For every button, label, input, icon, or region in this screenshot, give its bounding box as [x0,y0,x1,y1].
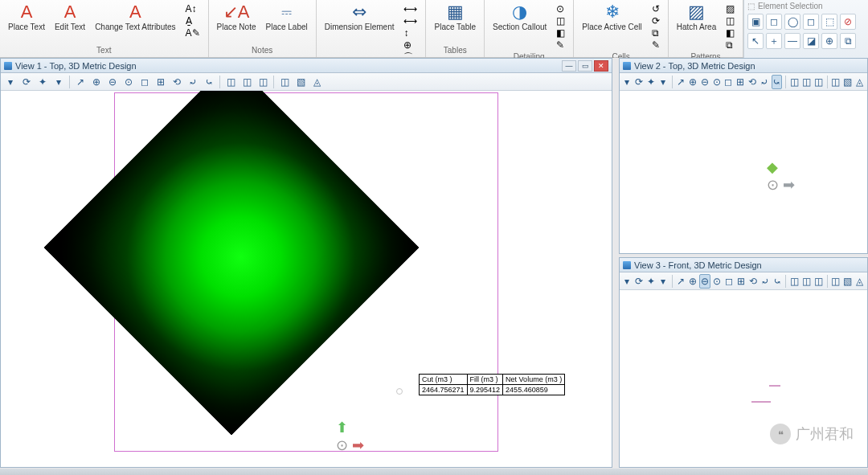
selection-tool-button[interactable]: ◻ [803,14,819,30]
view-3-titlebar[interactable]: View 3 - Front, 3D Metric Design [620,258,867,272]
view-toolbar-button[interactable]: ✦ [646,75,657,89]
ribbon-mini-button[interactable]: A↕ [184,3,202,14]
view-toolbar-button[interactable]: ▧ [293,75,308,89]
selection-tool-button[interactable]: ＋ [766,33,782,49]
view-toolbar-button[interactable]: ⊙ [711,75,722,89]
view-toolbar-button[interactable]: ◫ [240,75,254,89]
view-toolbar-button[interactable]: ⊞ [735,75,746,89]
view-toolbar-button[interactable]: ▾ [658,75,669,89]
view-toolbar-button[interactable]: ⊕ [687,75,698,89]
view-toolbar-button[interactable]: ⤿ [202,75,216,89]
view-toolbar-button[interactable]: ▧ [842,75,853,89]
view-toolbar-button[interactable]: ⤾ [186,75,200,89]
view-toolbar-button[interactable]: ⤿ [772,274,782,289]
ribbon-mini-button[interactable]: ⊕ [402,39,419,51]
minimize-button[interactable]: — [562,60,576,72]
view-toolbar-button[interactable]: ◫ [830,274,841,289]
selection-tool-button[interactable]: ◪ [803,33,819,49]
selection-tool-button[interactable]: ⊕ [821,33,837,49]
ribbon-mini-button[interactable]: ✎ [555,39,567,51]
view-toolbar-button[interactable]: ⊖ [699,75,710,89]
hatch-area-button[interactable]: ▨Hatch Area [674,2,719,33]
axis-widget[interactable]: ⬆ ⊙ ➡ [336,419,364,454]
view-1-content[interactable]: Cut (m3 ) Fill (m3 ) Net Volume (m3 ) 24… [1,91,612,467]
ribbon-mini-button[interactable]: ⧉ [724,39,736,51]
view-toolbar-button[interactable]: ◫ [801,274,812,289]
view-toolbar-button[interactable]: ▾ [622,274,633,289]
view-toolbar-button[interactable]: ◫ [277,75,292,89]
axis-widget[interactable]: ◆ ⊙ ➡ [767,158,795,194]
view-toolbar-button[interactable]: ⤾ [760,75,770,89]
place-text-button[interactable]: APlace Text [5,2,48,33]
selection-tool-button[interactable]: ◯ [784,14,800,30]
ribbon-mini-button[interactable]: ⊙ [555,3,567,14]
view-toolbar-button[interactable]: ▾ [658,274,669,289]
view-toolbar-button[interactable]: ⟳ [634,274,645,289]
maximize-button[interactable]: ▭ [578,60,592,72]
view-toolbar-button[interactable]: ⊞ [735,274,746,289]
view-toolbar-button[interactable]: ▾ [622,75,633,89]
view-toolbar-button[interactable]: ◬ [854,274,865,289]
view-toolbar-button[interactable]: ✦ [35,75,50,89]
view-toolbar-button[interactable]: ⟲ [747,274,758,289]
ribbon-mini-button[interactable]: A✎ [184,27,202,39]
close-button[interactable]: ✕ [594,60,608,72]
selection-tool-button[interactable]: ⬚ [821,14,837,30]
view-toolbar-button[interactable]: ⊖ [699,274,710,289]
ribbon-mini-button[interactable]: ▨ [724,3,736,14]
selection-tool-button[interactable]: ◻ [766,14,782,30]
view-toolbar-button[interactable]: ⊙ [121,75,136,89]
ribbon-mini-button[interactable]: A̱ [184,15,202,27]
view-toolbar-button[interactable]: ↗ [73,75,88,89]
view-toolbar-button[interactable]: ◫ [830,75,841,89]
selection-tool-button[interactable]: ⊘ [840,14,856,30]
change-text-attributes-button[interactable]: AChange Text Attributes [92,2,178,33]
view-toolbar-button[interactable]: ✦ [646,274,657,289]
view-toolbar-button[interactable]: ⤾ [760,274,770,289]
view-1-titlebar[interactable]: View 1 - Top, 3D Metric Design — ▭ ✕ [1,59,612,73]
view-toolbar-button[interactable]: ⊙ [712,274,723,289]
selection-tool-button[interactable]: ↖ [747,33,764,49]
view-toolbar-button[interactable]: ◻ [723,75,734,89]
place-label-button[interactable]: ⎓Place Label [263,2,311,33]
view-toolbar-button[interactable]: ◫ [789,274,800,289]
view-2-titlebar[interactable]: View 2 - Top, 3D Metric Design [620,59,867,73]
view-toolbar-button[interactable]: ◫ [801,75,812,89]
view-toolbar-button[interactable]: ▾ [51,75,66,89]
ribbon-mini-button[interactable]: ◧ [555,27,567,39]
view-toolbar-button[interactable]: ◫ [813,274,824,289]
place-note-button[interactable]: ↙APlace Note [214,2,260,33]
view-toolbar-button[interactable]: ◬ [309,75,324,89]
selection-tool-button[interactable]: ▣ [747,14,764,30]
view-toolbar-button[interactable]: ◫ [813,75,824,89]
view-toolbar-button[interactable]: ◬ [854,75,865,89]
view-toolbar-button[interactable]: ◻ [724,274,735,289]
place-active-cell-button[interactable]: ❄Place Active Cell [579,2,645,33]
view-toolbar-button[interactable]: ▧ [842,274,853,289]
view-toolbar-button[interactable]: ↗ [675,75,686,89]
view-toolbar-button[interactable]: ↗ [675,274,686,289]
selection-tool-button[interactable]: ⧉ [840,33,856,49]
view-toolbar-button[interactable]: ◫ [256,75,270,89]
view-toolbar-button[interactable]: ⟲ [170,75,184,89]
ribbon-mini-button[interactable]: ↺ [650,3,661,14]
view-toolbar-button[interactable]: ◫ [223,75,238,89]
view-toolbar-button[interactable]: ⟳ [634,75,645,89]
section-callout-button[interactable]: ◑Section Callout [489,2,550,33]
ribbon-mini-button[interactable]: ⟷ [402,15,419,27]
view-toolbar-button[interactable]: ⟲ [747,75,758,89]
ribbon-mini-button[interactable]: ◫ [724,15,736,27]
selection-tool-button[interactable]: — [784,33,800,49]
view-toolbar-button[interactable]: ⊕ [687,274,698,289]
place-table-button[interactable]: ▦Place Table [431,2,479,33]
view-toolbar-button[interactable]: ◫ [789,75,800,89]
edit-text-button[interactable]: A Edit Text [51,2,88,33]
dimension-element-button[interactable]: ⇔Dimension Element [321,2,398,33]
view-toolbar-button[interactable]: ⊕ [89,75,104,89]
ribbon-mini-button[interactable]: ◧ [724,27,736,39]
ribbon-mini-button[interactable]: ⟷ [402,3,419,14]
ribbon-mini-button[interactable]: ⟳ [650,15,661,27]
view-toolbar-button[interactable]: ▾ [3,75,18,89]
view-toolbar-button[interactable]: ◻ [137,75,152,89]
ribbon-mini-button[interactable]: ⧉ [650,27,661,39]
